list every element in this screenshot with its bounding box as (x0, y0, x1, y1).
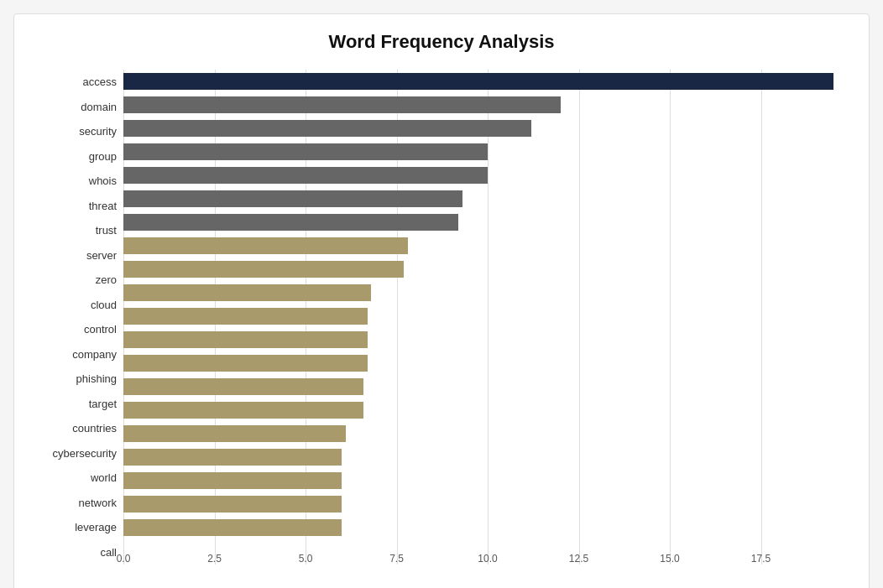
bar-row (123, 330, 852, 350)
y-axis-label: access (83, 71, 117, 93)
y-axis-label: target (89, 393, 117, 414)
y-axis-label: threat (89, 195, 117, 216)
bar-row (123, 71, 852, 91)
bar (123, 308, 368, 325)
bar (123, 284, 371, 301)
bar (123, 425, 346, 442)
y-axis-label: whois (89, 170, 117, 192)
bar-row (123, 518, 852, 538)
bar (123, 167, 488, 184)
bar-row (123, 236, 852, 256)
y-axis-label: group (89, 145, 117, 167)
bar (123, 449, 342, 466)
y-axis-label: control (84, 319, 117, 341)
bar-row (123, 95, 852, 115)
y-axis-label: domain (81, 96, 117, 117)
y-axis-label: zero (96, 269, 117, 291)
y-axis-label: server (86, 244, 117, 266)
bar (123, 190, 462, 207)
bar-row (123, 400, 852, 420)
y-axis-label: countries (72, 418, 117, 440)
bar (123, 143, 488, 160)
bar (123, 402, 363, 419)
bar (123, 496, 342, 513)
bar-row (123, 165, 852, 185)
chart-area: accessdomainsecuritygroupwhoisthreattrus… (31, 70, 852, 565)
bar-row (123, 494, 852, 514)
bar-row (123, 471, 852, 491)
bar (123, 261, 404, 278)
bar-row (123, 377, 852, 397)
y-axis-label: phishing (76, 368, 117, 390)
bar-row (123, 212, 852, 232)
y-axis-labels: accessdomainsecuritygroupwhoisthreattrus… (31, 70, 123, 565)
y-axis-label: cybersecurity (52, 442, 117, 464)
bars-container (123, 70, 852, 565)
y-axis-label: network (78, 492, 117, 513)
bar (123, 378, 363, 395)
bar (123, 331, 368, 348)
y-axis-label: security (79, 121, 117, 143)
chart-container: Word Frequency Analysis accessdomainsecu… (13, 13, 870, 588)
bar-row (123, 259, 852, 279)
bar-row (123, 118, 852, 138)
bar-row (123, 447, 852, 467)
chart-title: Word Frequency Analysis (31, 31, 852, 53)
y-axis-label: cloud (91, 294, 117, 315)
bar (123, 472, 342, 489)
bar-row (123, 189, 852, 209)
bar (123, 237, 408, 254)
bar (123, 214, 458, 231)
bar (123, 519, 342, 536)
bar-row (123, 353, 852, 373)
bar-row (123, 306, 852, 326)
bar-row (123, 283, 852, 303)
bars-and-grid: 0.02.55.07.510.012.515.017.5 Frequency (123, 70, 852, 565)
y-axis-label: company (72, 343, 117, 365)
bar (123, 120, 531, 137)
y-axis-label: trust (96, 220, 117, 242)
bar (123, 355, 368, 372)
y-axis-label: world (91, 467, 117, 489)
bar (123, 73, 833, 90)
y-axis-label: call (100, 541, 117, 563)
bar-row (123, 142, 852, 162)
bar (123, 96, 561, 113)
y-axis-label: leverage (75, 517, 117, 539)
bar-row (123, 424, 852, 444)
